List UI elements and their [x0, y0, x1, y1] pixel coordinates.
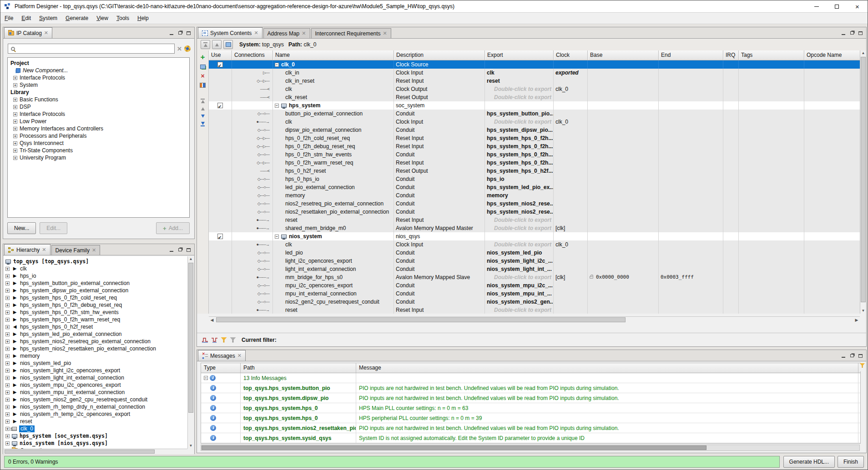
- connections-cell[interactable]: ▷—: [232, 69, 273, 77]
- tags-cell[interactable]: [739, 273, 804, 281]
- irq-cell[interactable]: [723, 265, 739, 273]
- generate-hdl-button[interactable]: Generate HDL...: [783, 456, 835, 468]
- hierarchy-item[interactable]: +nios_system [nios_qsys.qsys]: [5, 440, 187, 447]
- export-cell[interactable]: nios_system_mpu_int_...: [485, 290, 554, 298]
- end-cell[interactable]: [659, 126, 723, 134]
- base-cell[interactable]: [588, 159, 659, 167]
- connections-cell[interactable]: ◇—○—: [232, 249, 273, 257]
- expander-icon[interactable]: +: [5, 383, 10, 387]
- message-row[interactable]: top_qsys.hps_system.button_pioPIO inputs…: [201, 383, 860, 393]
- table-row[interactable]: ◇—○—button_pio_external_connectionCondui…: [209, 110, 861, 118]
- menu-tools[interactable]: Tools: [112, 13, 133, 24]
- table-row[interactable]: ●——→resetReset InputDouble-click to expo…: [209, 216, 861, 224]
- table-row[interactable]: ◇—○—memoryConduitmemory: [209, 191, 861, 200]
- clock-cell[interactable]: [554, 232, 588, 240]
- export-cell[interactable]: nios_system_light_i2c_...: [485, 257, 554, 265]
- clock-cell[interactable]: [clk]: [554, 224, 588, 232]
- message-row[interactable]: top_qsys.hps_system.dipsw_pioPIO inputs …: [201, 393, 860, 403]
- name-cell[interactable]: clk: [273, 118, 394, 126]
- column-header-name[interactable]: Name: [273, 50, 394, 60]
- hierarchy-item[interactable]: +▶hps_system_nios2_resettaken_pio_extern…: [5, 345, 187, 352]
- ip-catalog-item[interactable]: +System: [8, 81, 189, 89]
- name-cell[interactable]: hps_0_f2h_stm_hw_events: [273, 150, 394, 159]
- expander-icon[interactable]: +: [5, 289, 10, 293]
- tags-cell[interactable]: [739, 60, 804, 69]
- ip-catalog-item[interactable]: +Memory Interfaces and Controllers: [8, 125, 189, 132]
- base-cell[interactable]: [588, 232, 659, 240]
- base-cell[interactable]: [588, 265, 659, 273]
- tags-cell[interactable]: [739, 232, 804, 240]
- menu-edit[interactable]: Edit: [17, 13, 35, 24]
- export-cell[interactable]: Double-click to export: [485, 273, 554, 281]
- irq-cell[interactable]: [723, 224, 739, 232]
- opcode-cell[interactable]: [804, 69, 861, 77]
- panel-minimize-icon[interactable]: [840, 353, 846, 358]
- base-cell[interactable]: [588, 101, 659, 110]
- column-header-tags[interactable]: Tags: [739, 50, 804, 60]
- opcode-cell[interactable]: [804, 265, 861, 273]
- expander-icon[interactable]: +: [5, 267, 10, 271]
- connections-cell[interactable]: ●——→: [232, 273, 273, 281]
- end-cell[interactable]: [659, 85, 723, 93]
- end-cell[interactable]: [659, 265, 723, 273]
- irq-cell[interactable]: [723, 191, 739, 200]
- tags-cell[interactable]: [739, 175, 804, 183]
- clock-cell[interactable]: [554, 265, 588, 273]
- opcode-cell[interactable]: [804, 77, 861, 85]
- hierarchy-item[interactable]: +▶reset: [5, 418, 187, 425]
- connections-cell[interactable]: ◇—○—: [232, 200, 273, 208]
- opcode-cell[interactable]: [804, 167, 861, 175]
- end-cell[interactable]: [659, 232, 723, 240]
- hierarchy-item[interactable]: +▶hps_system_nios2_resetreq_pio_external…: [5, 338, 187, 345]
- finish-button[interactable]: Finish: [838, 456, 864, 468]
- hierarchy-horizontal-scrollbar[interactable]: [4, 449, 187, 454]
- hierarchy-item[interactable]: +▶hps_system_hps_0_f2h_debug_reset_req: [5, 301, 187, 309]
- name-cell[interactable]: nios2_resetreq_pio_external_connection: [273, 200, 394, 208]
- expander-icon[interactable]: +: [5, 303, 10, 307]
- table-row[interactable]: ◇—○—nios2_gen2_cpu_resetrequest_conduitC…: [209, 298, 861, 306]
- table-row[interactable]: ◇—○—mpu_i2c_opencores_exportConduitnios_…: [209, 281, 861, 290]
- connections-cell[interactable]: ◇—○—: [232, 208, 273, 216]
- table-row[interactable]: ●——→clkClock InputDouble-click to export…: [209, 118, 861, 126]
- hierarchy-item[interactable]: +hps_system [soc_system.qsys]: [5, 432, 187, 440]
- messages-column-message[interactable]: Message: [356, 363, 858, 373]
- edit-button[interactable]: Edit...: [40, 222, 67, 234]
- name-cell[interactable]: clk: [273, 240, 394, 249]
- use-checkbox[interactable]: [217, 62, 223, 67]
- tags-cell[interactable]: [739, 69, 804, 77]
- tags-cell[interactable]: [739, 240, 804, 249]
- expander-icon[interactable]: +: [5, 361, 10, 365]
- opcode-cell[interactable]: [804, 101, 861, 110]
- move-bottom-icon[interactable]: [201, 122, 205, 126]
- remove-icon[interactable]: ×: [201, 73, 204, 79]
- irq-cell[interactable]: [723, 126, 739, 134]
- base-cell[interactable]: [588, 134, 659, 142]
- export-cell[interactable]: memory: [485, 191, 554, 200]
- close-tab-icon[interactable]: ✕: [383, 30, 387, 36]
- opcode-cell[interactable]: [804, 249, 861, 257]
- clock-cell[interactable]: [554, 175, 588, 183]
- clock-cell[interactable]: [clk]: [554, 273, 588, 281]
- use-cell[interactable]: [209, 249, 232, 257]
- connections-cell[interactable]: ——<: [232, 93, 273, 101]
- clock-cell[interactable]: exported: [554, 69, 588, 77]
- clock-cell[interactable]: [554, 249, 588, 257]
- message-row[interactable]: −13 Info Messages: [201, 373, 860, 383]
- base-cell[interactable]: [588, 191, 659, 200]
- base-cell[interactable]: [588, 150, 659, 159]
- end-cell[interactable]: [659, 224, 723, 232]
- end-cell[interactable]: [659, 134, 723, 142]
- tab-messages[interactable]: Messages ✕: [198, 350, 246, 361]
- tags-cell[interactable]: [739, 118, 804, 126]
- move-down-icon[interactable]: [201, 115, 205, 118]
- ip-catalog-item[interactable]: New Component...: [8, 67, 189, 74]
- expander-icon[interactable]: +: [5, 434, 10, 438]
- base-cell[interactable]: [588, 249, 659, 257]
- lock-icon[interactable]: [590, 276, 593, 279]
- move-up-icon[interactable]: [201, 107, 205, 110]
- ip-catalog-item[interactable]: +Processors and Peripherals: [8, 132, 189, 140]
- panel-maximize-icon[interactable]: [858, 30, 863, 35]
- messages-filter-icon[interactable]: [859, 363, 865, 371]
- name-cell[interactable]: light_i2c_opencores_export: [273, 257, 394, 265]
- name-cell[interactable]: led_pio_external_connection: [273, 183, 394, 191]
